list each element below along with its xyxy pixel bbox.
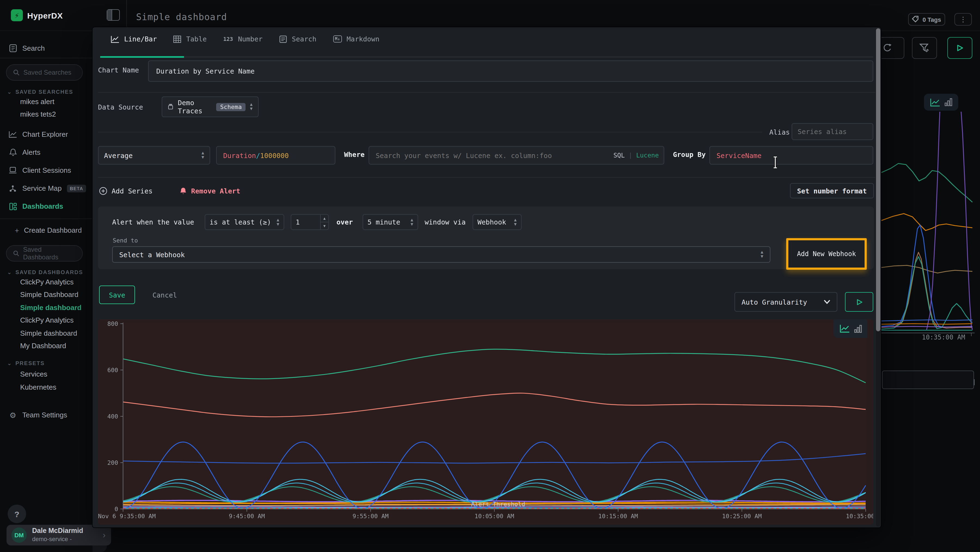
- chart-name-label: Chart Name: [98, 66, 139, 74]
- kebab-menu-button[interactable]: ⋮: [955, 13, 972, 26]
- bell-icon: [180, 187, 187, 195]
- beta-badge: BETA: [67, 185, 86, 192]
- preset-item[interactable]: Services: [20, 370, 48, 378]
- bg-purple-spike: [927, 112, 972, 330]
- save-button[interactable]: Save: [99, 286, 135, 304]
- bg-flat-blue: [881, 320, 972, 321]
- laptop-icon: [9, 166, 17, 174]
- tab-search[interactable]: Search: [279, 35, 316, 43]
- saved-dashboard-item[interactable]: Simple dashboard: [20, 329, 77, 337]
- data-source-select[interactable]: Demo Traces Schema ▲▼: [162, 96, 259, 117]
- saved-search-item[interactable]: mikes tets2: [20, 110, 56, 118]
- group-by-input[interactable]: ServiceName: [710, 146, 873, 164]
- tab-track: [100, 56, 873, 58]
- saved-searches-section[interactable]: ⌄ SAVED SEARCHES: [7, 89, 73, 95]
- line-chart-icon: [111, 35, 119, 43]
- saved-search-item[interactable]: mikes alert: [20, 97, 54, 106]
- lucene-option[interactable]: Lucene: [636, 152, 659, 159]
- run-query-button[interactable]: [845, 292, 873, 312]
- add-series-button[interactable]: Add Series: [99, 183, 153, 198]
- chart-type-toggle[interactable]: [834, 319, 867, 338]
- tab-markdown[interactable]: M↓ Markdown: [333, 35, 379, 43]
- saved-dashboards-section[interactable]: ⌄ SAVED DASHBOARDS: [7, 269, 83, 275]
- query-language-toggle[interactable]: SQL | Lucene: [613, 146, 659, 164]
- create-dashboard-button[interactable]: ＋ Create Dashboard: [0, 226, 82, 234]
- sidebar-item-search[interactable]: Search: [0, 44, 45, 52]
- live-play-button[interactable]: [947, 37, 972, 59]
- window-via-label: window via: [425, 218, 466, 226]
- alert-condition-select[interactable]: is at least (≥) ▲▼: [205, 214, 284, 230]
- search-icon: [13, 250, 19, 257]
- help-button[interactable]: ?: [8, 504, 26, 523]
- filter-button[interactable]: [912, 37, 937, 59]
- preset-item[interactable]: Kubernetes: [20, 383, 56, 391]
- markdown-icon: M↓: [333, 35, 342, 43]
- sql-option[interactable]: SQL: [613, 152, 625, 159]
- saved-dashboards-input[interactable]: Saved Dashboards: [6, 245, 83, 262]
- tab-table[interactable]: Table: [173, 35, 207, 43]
- sidebar-item-team-settings[interactable]: ⚙ Team Settings: [0, 411, 67, 419]
- sidebar-item-dashboards[interactable]: Dashboards: [0, 202, 63, 211]
- sidebar-item-alerts[interactable]: Alerts: [0, 148, 40, 156]
- refresh-icon: [882, 43, 892, 53]
- tab-number[interactable]: 123 Number: [223, 35, 262, 43]
- filter-edit-icon: [919, 43, 930, 53]
- saved-dashboard-item-active[interactable]: Simple dashboard: [20, 303, 81, 312]
- svg-text:10:15:00 AM: 10:15:00 AM: [598, 513, 638, 520]
- user-name: Dale McDiarmid: [32, 527, 83, 536]
- chevron-right-icon: ›: [103, 530, 106, 540]
- preview-line-chart: Alert Threshold0200400600800Nov 6 9:35:0…: [98, 319, 873, 525]
- alert-threshold-label: Alert Threshold: [471, 501, 525, 507]
- divider: [98, 92, 875, 93]
- sidebar-collapse-icon[interactable]: [107, 9, 120, 21]
- alert-window-select[interactable]: 5 minute ▲▼: [363, 214, 418, 230]
- divider: [0, 58, 92, 58]
- background-chart-type-toggle[interactable]: [924, 94, 958, 111]
- stepper-up-icon[interactable]: ▲: [321, 215, 328, 222]
- number-stepper[interactable]: ▲▼: [320, 215, 328, 230]
- alert-prefix-label: Alert when the value: [112, 218, 194, 226]
- saved-searches-input[interactable]: Saved Searches: [6, 64, 83, 81]
- pipe-divider: |: [628, 152, 632, 159]
- gear-icon: ⚙: [9, 411, 17, 419]
- modal-scrollbar[interactable]: [876, 28, 880, 526]
- top-header: ⚡ HyperDX Simple dashboard 0 Tags ⋮: [0, 0, 980, 31]
- tab-line-bar[interactable]: Line/Bar: [111, 35, 157, 43]
- saved-dashboard-item[interactable]: ClickPy Analytics: [20, 278, 74, 286]
- saved-dashboard-item[interactable]: Simple Dashboard: [20, 290, 78, 298]
- slash-token: /: [256, 151, 260, 160]
- sidebar-item-service-map[interactable]: Service Map BETA: [0, 184, 86, 192]
- sidebar-item-client-sessions[interactable]: Client Sessions: [0, 166, 71, 174]
- webhook-select[interactable]: Select a Webhook ▲▼: [112, 246, 770, 263]
- service-map-icon: [9, 184, 17, 192]
- scrollbar-thumb[interactable]: [876, 28, 880, 331]
- field-expression-input[interactable]: Duration/1000000: [216, 146, 336, 164]
- aggregation-select[interactable]: Average ▲▼: [98, 146, 210, 164]
- svg-text:9:45:00 AM: 9:45:00 AM: [229, 513, 265, 520]
- search-list-icon: [279, 35, 287, 43]
- cancel-button[interactable]: Cancel: [147, 286, 182, 304]
- add-new-webhook-button[interactable]: Add New Webhook: [786, 238, 867, 270]
- page-title[interactable]: Simple dashboard: [136, 12, 227, 22]
- saved-dashboard-item[interactable]: ClickPy Analytics: [20, 316, 74, 324]
- user-subtitle: demo-service -: [32, 536, 83, 543]
- alert-threshold-input[interactable]: ▲▼: [291, 214, 329, 230]
- tags-button[interactable]: 0 Tags: [908, 13, 945, 26]
- plus-icon: ＋: [14, 226, 20, 234]
- stepper-down-icon[interactable]: ▼: [321, 222, 328, 230]
- chart-name-input[interactable]: [148, 61, 873, 82]
- presets-section[interactable]: ⌄ PRESETS: [7, 360, 45, 366]
- user-card[interactable]: DM Dale McDiarmid demo-service - ›: [6, 525, 111, 546]
- chevron-updown-icon: ▲▼: [250, 102, 253, 111]
- set-number-format-button[interactable]: Set number format: [790, 183, 874, 198]
- remove-alert-button[interactable]: Remove Alert: [180, 183, 240, 198]
- alias-input[interactable]: [792, 123, 873, 140]
- chevron-down-icon: [824, 300, 830, 304]
- alert-channel-select[interactable]: Webhook ▲▼: [473, 214, 522, 230]
- chevron-updown-icon: ▲▼: [410, 218, 413, 227]
- hyperdx-logo-icon: ⚡: [11, 9, 23, 21]
- svg-text:600: 600: [107, 367, 118, 373]
- saved-dashboard-item[interactable]: My Dashboard: [20, 341, 66, 350]
- granularity-select[interactable]: Auto Granularity: [735, 292, 837, 312]
- sidebar-item-chart-explorer[interactable]: Chart Explorer: [0, 130, 68, 139]
